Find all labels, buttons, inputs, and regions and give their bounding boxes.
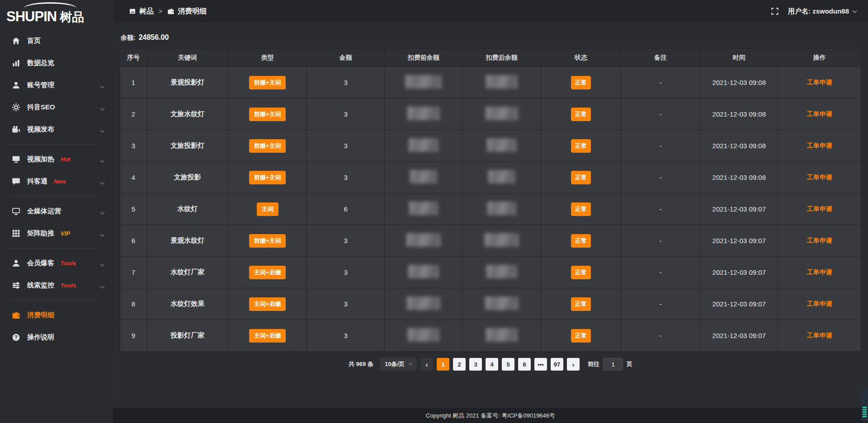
- page-button-5[interactable]: 5: [502, 358, 514, 371]
- masked-balance-before: [407, 296, 440, 310]
- sidebar-item-data-overview[interactable]: 数据总览: [0, 52, 113, 74]
- table-row: 7 水纹灯厂家 主词+后缀 3 正常 - 2021-12-03 09:07 工单…: [120, 257, 861, 288]
- table-row: 3 文旅投影灯 前缀+主词 3 正常 - 2021-12-03 09:08 工单…: [120, 130, 861, 162]
- page-button-1[interactable]: 1: [437, 358, 449, 371]
- chat-icon: [12, 177, 20, 186]
- member-icon: [12, 259, 20, 268]
- home-icon: [12, 37, 20, 45]
- work-order-link[interactable]: 工单申请: [807, 110, 832, 118]
- goto-unit: 页: [627, 360, 632, 368]
- chevron-down-icon: [853, 8, 857, 13]
- page-ellipsis-button[interactable]: •••: [534, 358, 547, 371]
- work-order-link[interactable]: 工单申请: [807, 205, 832, 212]
- type-badge: 前缀+主词: [249, 76, 286, 89]
- sidebar-item-label: 消费明细: [27, 311, 54, 320]
- cell-remark: -: [621, 225, 700, 257]
- work-order-link[interactable]: 工单申请: [807, 174, 832, 181]
- cell-amount: 3: [307, 225, 385, 257]
- goto-page-input[interactable]: [603, 358, 623, 371]
- work-order-link[interactable]: 工单申请: [807, 332, 832, 339]
- sidebar-item-lead-monitor[interactable]: 线索监控 Tools: [0, 274, 113, 296]
- goto-page-group: 前往 页: [588, 358, 632, 371]
- cell-time: 2021-12-03 09:08: [700, 99, 778, 130]
- column-header: 扣费后余额: [462, 49, 541, 67]
- sidebar-item-label: 首页: [27, 37, 41, 45]
- sidebar-item-douyin-seo[interactable]: 抖音SEO: [0, 96, 113, 118]
- consumption-table: 序号关键词类型金额扣费前余额扣费后余额状态备注时间操作 1 景观投影灯 前缀+主…: [120, 48, 861, 352]
- masked-balance-before: [407, 107, 440, 120]
- brand-logo[interactable]: SHUPIN 树品: [0, 0, 113, 24]
- type-badge: 前缀+主词: [249, 108, 286, 121]
- breadcrumb-item-consumption[interactable]: 消费明细: [167, 7, 207, 16]
- chevron-down-icon: [101, 282, 104, 290]
- sidebar-item-matrix-boost[interactable]: 矩阵助推 VIP: [0, 222, 113, 244]
- cell-keyword: 文旅投影灯: [147, 130, 228, 162]
- work-order-link[interactable]: 工单申请: [807, 268, 832, 276]
- sidebar-item-video-heat[interactable]: 视频加热 Hot: [0, 148, 113, 170]
- cell-keyword: 投影灯厂家: [147, 320, 228, 352]
- type-badge: 主词+后缀: [249, 297, 286, 311]
- fullscreen-icon[interactable]: [771, 7, 779, 15]
- sidebar-item-home[interactable]: 首页: [0, 30, 113, 52]
- cell-amount: 3: [307, 257, 385, 288]
- cell-index: 9: [120, 320, 147, 352]
- page-button-6[interactable]: 6: [518, 358, 531, 371]
- sidebar: SHUPIN 树品 首页 数据总览 账号管理 抖音SEO 视频发布 视频加热 H…: [0, 0, 113, 423]
- masked-balance-before: [409, 138, 439, 152]
- column-header: 金额: [307, 49, 385, 67]
- sidebar-item-account-manage[interactable]: 账号管理: [0, 74, 113, 96]
- masked-balance-before: [406, 233, 441, 247]
- sidebar-item-media-operation[interactable]: 全媒体运营: [0, 200, 113, 222]
- sidebar-item-label: 会员爆客: [27, 259, 54, 268]
- breadcrumb: 树品 > 消费明细: [129, 7, 207, 16]
- breadcrumb-label: 消费明细: [178, 7, 207, 16]
- work-order-link[interactable]: 工单申请: [807, 300, 832, 307]
- status-badge: 正常: [571, 76, 591, 89]
- column-header: 时间: [700, 49, 778, 67]
- work-order-link[interactable]: 工单申请: [807, 79, 832, 86]
- sidebar-item-doukotong[interactable]: 抖客通 New: [0, 170, 113, 193]
- prev-page-button[interactable]: ‹: [420, 358, 433, 371]
- user-menu[interactable]: 用户名: zswodun88: [788, 7, 856, 16]
- type-badge: 主词+后缀: [249, 266, 286, 279]
- floating-widget[interactable]: [861, 389, 868, 421]
- table-row: 4 文旅投影 前缀+主词 3 正常 - 2021-12-03 09:08 工单申…: [120, 162, 861, 193]
- next-page-button[interactable]: ›: [567, 358, 580, 371]
- sidebar-item-video-publish[interactable]: 视频发布: [0, 118, 113, 141]
- cell-keyword: 文旅水纹灯: [147, 99, 228, 130]
- sidebar-divider: [8, 300, 99, 301]
- status-badge: 正常: [571, 202, 591, 216]
- sidebar-item-consumption-detail[interactable]: 消费明细: [0, 304, 113, 326]
- masked-balance-before: [408, 328, 439, 342]
- sidebar-item-operation-guide[interactable]: ? 操作说明: [0, 326, 113, 348]
- cell-index: 7: [120, 257, 147, 288]
- column-header: 关键词: [147, 49, 228, 67]
- page-button-97[interactable]: 97: [551, 358, 563, 371]
- page-button-3[interactable]: 3: [469, 358, 482, 371]
- cell-amount: 3: [307, 288, 385, 320]
- page-button-2[interactable]: 2: [453, 358, 466, 371]
- svg-text:?: ?: [14, 334, 18, 340]
- work-order-link[interactable]: 工单申请: [807, 237, 832, 244]
- sidebar-item-label: 视频发布: [27, 125, 54, 134]
- table-row: 9 投影灯厂家 主词+后缀 3 正常 - 2021-12-03 09:07 工单…: [120, 320, 861, 352]
- cell-amount: 6: [307, 193, 385, 225]
- monitor-icon: [12, 207, 20, 216]
- cell-keyword: 水纹灯厂家: [147, 257, 228, 288]
- widget-stripes-icon: [863, 407, 867, 418]
- balance-row: 余额: 24856.00: [120, 23, 861, 48]
- chart-icon: [12, 59, 20, 67]
- cell-time: 2021-12-03 09:08: [700, 162, 778, 193]
- wallet-icon: [167, 8, 175, 15]
- sidebar-divider: [8, 196, 99, 197]
- cell-index: 1: [120, 67, 147, 99]
- type-badge: 前缀+主词: [249, 234, 286, 248]
- breadcrumb-item-home[interactable]: 树品: [129, 7, 154, 16]
- cell-amount: 3: [307, 130, 385, 162]
- work-order-link[interactable]: 工单申请: [807, 142, 832, 149]
- page-size-select[interactable]: 10条/页: [380, 357, 417, 371]
- pagination-pages: 123456•••97: [437, 358, 563, 371]
- page-button-4[interactable]: 4: [486, 358, 498, 371]
- app-icon: [129, 8, 136, 15]
- sidebar-item-member-tools[interactable]: 会员爆客 Tools: [0, 252, 113, 274]
